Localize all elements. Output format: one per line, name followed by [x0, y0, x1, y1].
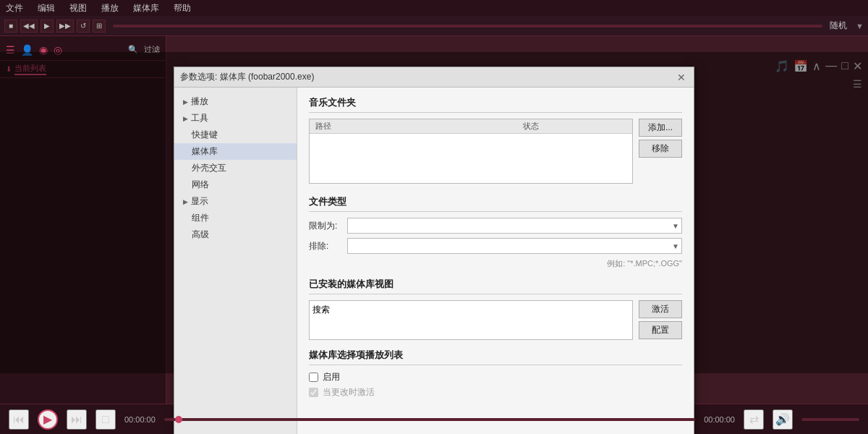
stop-player-btn[interactable]: □	[95, 409, 116, 430]
dropdown-icon[interactable]: ▼	[856, 22, 864, 30]
shuffle-btn[interactable]: ⇄	[744, 409, 764, 430]
skip-forward-btn[interactable]: ⏭	[67, 409, 87, 430]
filetype-section: 文件类型 限制为: ▼ 排除: ▼	[309, 195, 682, 269]
preferences-dialog: 参数选项: 媒体库 (foobar2000.exe) ✕ ▶ 播放 ▶ 工具 快…	[174, 67, 694, 434]
expand-arrow-tools: ▶	[183, 115, 188, 122]
current-time: 00:00:00	[124, 415, 156, 424]
nav-label-playback: 播放	[191, 95, 208, 108]
auto-activate-row: 当更改时激活	[309, 386, 682, 399]
folder-table-wrapper: 路径 状态	[309, 119, 633, 187]
music-folder-title: 音乐文件夹	[309, 96, 682, 113]
views-buttons: 激活 配置	[639, 300, 682, 339]
loop-btn[interactable]: ↺	[77, 20, 90, 33]
transport-bar: ■ ◀◀ ▶ ▶▶ ↺ ⊞ 随机 ▼	[0, 16, 868, 36]
nav-label-tools: 工具	[191, 112, 208, 124]
add-btn[interactable]: ⊞	[93, 20, 106, 33]
exclude-row: 排除: ▼	[309, 238, 682, 254]
prev-btn[interactable]: ◀◀	[20, 20, 38, 33]
views-row: 搜索 激活 配置	[309, 300, 682, 340]
auto-activate-checkbox	[309, 388, 318, 397]
dialog-close-btn[interactable]: ✕	[675, 71, 688, 84]
menu-file[interactable]: 文件	[3, 1, 26, 16]
seek-bar[interactable]	[113, 25, 822, 27]
skip-back-btn[interactable]: ⏮	[9, 409, 29, 430]
play-pause-btn[interactable]: ▶	[41, 20, 54, 33]
nav-item-advanced[interactable]: 高级	[174, 226, 297, 243]
playlist-title: 媒体库选择项播放列表	[309, 349, 682, 365]
dialog-body: ▶ 播放 ▶ 工具 快捷键 媒体库 外壳交互 网络 ▶ 显示 组件	[174, 88, 694, 434]
stop-btn[interactable]: ■	[4, 20, 17, 33]
config-view-btn[interactable]: 配置	[639, 321, 682, 339]
folder-table-header: 路径 状态	[310, 119, 632, 134]
restrict-label: 限制为:	[309, 220, 341, 232]
views-title: 已安装的媒体库视图	[309, 278, 682, 294]
enable-row: 启用	[309, 371, 682, 383]
col-status: 状态	[523, 121, 626, 132]
next-btn[interactable]: ▶▶	[56, 20, 74, 33]
mute-btn[interactable]: 🔊	[773, 409, 793, 430]
col-path: 路径	[315, 121, 523, 132]
expand-arrow-playback: ▶	[183, 98, 188, 106]
views-section: 已安装的媒体库视图 搜索 激活 配置	[309, 278, 682, 340]
menu-edit[interactable]: 编辑	[35, 1, 58, 16]
folder-table: 路径 状态	[309, 119, 633, 184]
menu-play[interactable]: 播放	[98, 1, 122, 16]
remove-folder-btn[interactable]: 移除	[639, 140, 682, 158]
nav-item-components[interactable]: 组件	[174, 210, 297, 226]
total-time: 00:00:00	[704, 415, 735, 424]
folder-buttons: 添加... 移除	[639, 119, 682, 158]
restrict-select[interactable]	[347, 218, 682, 234]
menu-bar: 文件 编辑 视图 播放 媒体库 帮助	[0, 0, 868, 16]
add-folder-btn[interactable]: 添加...	[639, 119, 682, 137]
exclude-select[interactable]	[347, 238, 682, 254]
random-label: 随机	[830, 20, 853, 32]
menu-library[interactable]: 媒体库	[130, 1, 162, 16]
activate-view-btn[interactable]: 激活	[639, 300, 682, 318]
nav-item-library[interactable]: 媒体库	[174, 143, 297, 160]
expand-arrow-display: ▶	[183, 198, 188, 205]
dialog-titlebar: 参数选项: 媒体库 (foobar2000.exe) ✕	[174, 67, 694, 88]
folder-row: 路径 状态 添加... 移除	[309, 119, 682, 187]
nav-item-shell[interactable]: 外壳交互	[174, 160, 297, 176]
progress-dot	[175, 416, 182, 423]
nav-item-display[interactable]: ▶ 显示	[174, 193, 297, 210]
restrict-select-wrapper: ▼	[347, 218, 682, 234]
playlist-section: 媒体库选择项播放列表 启用 当更改时激活	[309, 349, 682, 399]
modal-overlay: 参数选项: 媒体库 (foobar2000.exe) ✕ ▶ 播放 ▶ 工具 快…	[0, 52, 868, 373]
nav-item-tools[interactable]: ▶ 工具	[174, 110, 297, 127]
exclude-select-wrapper: ▼	[347, 238, 682, 254]
main-area: ☰ 👤 ◉ ◎ 🔍 过滤 ⬇ 当前列表 🎵 📅 ∧ — □ ✕ ☰	[0, 36, 868, 404]
volume-bar[interactable]	[801, 418, 859, 421]
nav-item-shortcuts[interactable]: 快捷键	[174, 127, 297, 143]
dialog-right-content: 音乐文件夹 路径 状态 添加...	[297, 88, 694, 434]
nav-label-display: 显示	[191, 195, 208, 208]
progress-bar[interactable]	[164, 418, 695, 421]
menu-help[interactable]: 帮助	[171, 1, 194, 16]
nav-item-network[interactable]: 网络	[174, 176, 297, 193]
enable-checkbox[interactable]	[309, 373, 318, 382]
play-btn[interactable]: ▶	[38, 409, 58, 430]
nav-item-playback[interactable]: ▶ 播放	[174, 93, 297, 110]
menu-view[interactable]: 视图	[67, 1, 90, 16]
enable-label: 启用	[323, 371, 340, 383]
exclude-label: 排除:	[309, 240, 341, 252]
folder-body[interactable]	[310, 134, 632, 183]
filetype-title: 文件类型	[309, 195, 682, 212]
auto-activate-label: 当更改时激活	[323, 386, 375, 399]
restrict-row: 限制为: ▼	[309, 218, 682, 234]
filetype-hint: 例如: "*.MPC;*.OGG"	[309, 258, 682, 269]
dialog-nav: ▶ 播放 ▶ 工具 快捷键 媒体库 外壳交互 网络 ▶ 显示 组件	[174, 88, 297, 434]
views-textarea[interactable]: 搜索	[309, 300, 633, 340]
dialog-title: 参数选项: 媒体库 (foobar2000.exe)	[180, 71, 314, 83]
